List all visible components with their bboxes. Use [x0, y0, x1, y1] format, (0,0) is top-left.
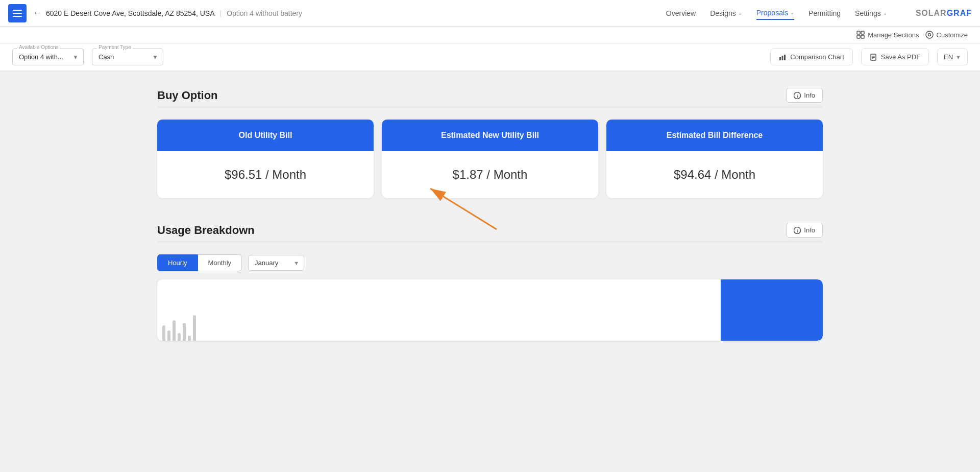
chart-bar	[178, 333, 181, 341]
estimated-bill-difference-header: Estimated Bill Difference	[606, 120, 823, 151]
svg-rect-2	[857, 35, 860, 38]
payment-type-select-wrapper: Payment Type Cash ▼	[92, 49, 163, 65]
secondary-bar: Manage Sections Customize	[0, 27, 980, 43]
proposals-chevron-icon: ⌄	[790, 10, 794, 15]
logo: SOLARGRAF	[916, 9, 972, 18]
language-select[interactable]: EN	[944, 53, 953, 61]
old-utility-bill-card: Old Utility Bill $96.51 / Month	[157, 120, 374, 198]
old-utility-bill-value: $96.51 / Month	[157, 151, 374, 198]
save-as-pdf-button[interactable]: Save As PDF	[861, 49, 929, 65]
svg-rect-0	[857, 31, 860, 34]
svg-point-4	[926, 31, 933, 38]
usage-breakdown-title: Usage Breakdown	[157, 224, 255, 237]
back-button[interactable]: ←	[33, 8, 42, 18]
option-label: Option 4 without battery	[227, 9, 302, 17]
payment-type-label: Payment Type	[97, 44, 133, 50]
estimated-bill-difference-value: $94.64 / Month	[606, 151, 823, 198]
bar-chart-icon	[779, 54, 786, 61]
lang-chevron-icon: ▼	[955, 54, 961, 60]
svg-rect-8	[784, 55, 786, 60]
nav-proposals[interactable]: Proposals ⌄	[756, 7, 794, 20]
chart-highlighted-area	[721, 279, 823, 341]
estimated-new-utility-bill-value: $1.87 / Month	[382, 151, 598, 198]
payment-type-select[interactable]: Cash	[92, 49, 163, 65]
old-utility-bill-header: Old Utility Bill	[157, 120, 374, 151]
settings-chevron-icon: ⌄	[883, 10, 887, 16]
estimated-new-utility-bill-card: Estimated New Utility Bill $1.87 / Month	[382, 120, 598, 198]
chart-bar	[193, 315, 196, 341]
available-options-label: Available Options	[17, 44, 60, 50]
usage-breakdown-divider	[157, 242, 823, 242]
svg-text:i: i	[797, 228, 799, 233]
chart-bar	[167, 331, 170, 341]
toolbar: Available Options Option 4 with... ▼ Pay…	[0, 43, 980, 72]
pdf-icon	[870, 54, 877, 61]
comparison-chart-button[interactable]: Comparison Chart	[770, 49, 853, 65]
chart-bar	[183, 323, 186, 341]
month-select[interactable]: January February March April May June Ju…	[248, 255, 304, 271]
hourly-tab[interactable]: Hourly	[157, 254, 198, 271]
nav-overview[interactable]: Overview	[666, 7, 696, 19]
svg-point-5	[928, 34, 930, 36]
buy-option-section-header: Buy Option i Info	[157, 88, 823, 103]
estimated-bill-difference-card: Estimated Bill Difference $94.64 / Month	[606, 120, 823, 198]
buy-option-title: Buy Option	[157, 89, 218, 102]
buy-option-info-button[interactable]: i Info	[786, 88, 823, 103]
language-select-wrapper: EN ▼	[937, 49, 968, 65]
svg-text:i: i	[797, 93, 799, 99]
chart-bar	[188, 336, 191, 341]
nav-permitting[interactable]: Permitting	[808, 7, 841, 19]
available-options-select-wrapper: Available Options Option 4 with... ▼	[12, 49, 84, 65]
svg-rect-7	[782, 56, 783, 60]
top-nav: ← 6020 E Desert Cove Ave, Scottsdale, AZ…	[0, 0, 980, 27]
chart-bar	[173, 320, 176, 341]
info-icon-buy: i	[794, 92, 801, 99]
bill-cards-container: Old Utility Bill $96.51 / Month Estimate…	[157, 120, 823, 198]
usage-tabs: Hourly Monthly January February March Ap…	[157, 254, 823, 271]
nav-designs[interactable]: Designs ⌄	[710, 7, 742, 19]
chart-bar	[162, 325, 165, 341]
monthly-tab[interactable]: Monthly	[198, 254, 242, 271]
designs-chevron-icon: ⌄	[738, 10, 742, 16]
customize-icon	[925, 31, 934, 39]
available-options-select[interactable]: Option 4 with...	[12, 49, 84, 65]
main-content: Buy Option i Info Old Utility Bill $96.5…	[133, 72, 847, 357]
estimated-new-utility-bill-header: Estimated New Utility Bill	[382, 120, 598, 151]
chart-bars-left	[157, 279, 721, 341]
nav-links: Overview Designs ⌄ Proposals ⌄ Permittin…	[666, 7, 972, 20]
customize-button[interactable]: Customize	[925, 31, 968, 39]
usage-breakdown-section-header: Usage Breakdown i Info	[157, 223, 823, 238]
usage-chart-preview	[157, 279, 823, 341]
month-select-wrapper: January February March April May June Ju…	[248, 255, 304, 271]
hamburger-button[interactable]	[8, 4, 27, 22]
manage-sections-button[interactable]: Manage Sections	[856, 31, 919, 39]
svg-rect-3	[861, 35, 864, 38]
manage-sections-icon	[856, 31, 865, 39]
svg-rect-6	[779, 57, 781, 60]
usage-breakdown-info-button[interactable]: i Info	[786, 223, 823, 238]
info-icon-usage: i	[794, 227, 801, 234]
nav-settings[interactable]: Settings ⌄	[855, 7, 887, 19]
buy-option-divider	[157, 107, 823, 107]
svg-rect-1	[861, 31, 864, 34]
address-text: 6020 E Desert Cove Ave, Scottsdale, AZ 8…	[46, 9, 215, 17]
